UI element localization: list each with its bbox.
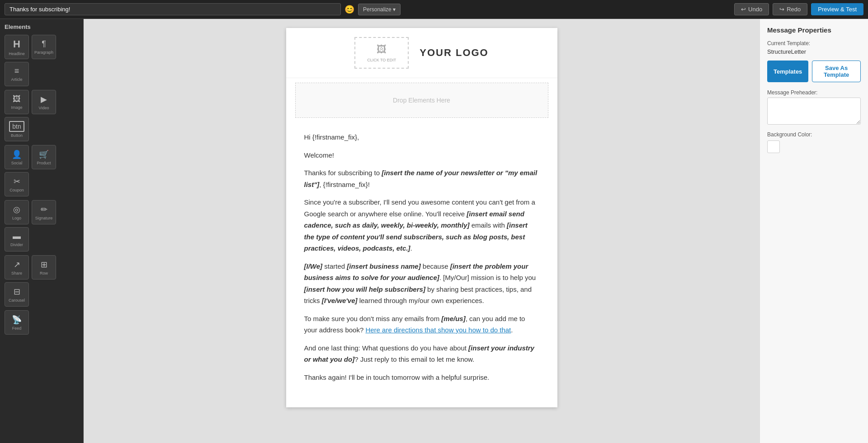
- image-label: Image: [11, 105, 22, 110]
- element-social[interactable]: 👤 Social: [5, 145, 29, 169]
- element-video[interactable]: ▶ Video: [32, 90, 56, 114]
- main-area: Elements H Headline ¶ Paragraph ≡ Ar: [0, 19, 868, 443]
- article-icon: ≡: [14, 66, 19, 76]
- carousel-icon: ⊟: [14, 287, 20, 297]
- social-label: Social: [11, 161, 23, 165]
- logo-label: Logo: [12, 216, 21, 220]
- preheader-input[interactable]: [767, 98, 861, 125]
- button-icon: btn: [9, 121, 24, 132]
- body-line-8: Thanks again! I'll be in touch tomorrow …: [304, 372, 539, 383]
- redo-icon: ↪: [779, 6, 784, 13]
- body-insert-4: [I/We]: [304, 262, 323, 270]
- signature-icon: ✏: [41, 205, 47, 215]
- redo-button[interactable]: ↪ Redo: [773, 3, 807, 15]
- logo-box[interactable]: 🖼 CLICK TO EDIT: [354, 37, 409, 69]
- element-group-1: 🖼 Image ▶ Video btn Button: [5, 90, 79, 141]
- drop-zone[interactable]: Drop Elements Here: [295, 83, 548, 118]
- group-0-items: H Headline ¶ Paragraph ≡ Article: [5, 35, 79, 86]
- logo-text: YOUR LOGO: [420, 47, 488, 59]
- element-product[interactable]: 🛒 Product: [32, 145, 56, 169]
- carousel-label: Carousel: [9, 298, 25, 303]
- body-line-5: [I/We] started [insert business name] be…: [304, 261, 539, 307]
- bg-color-label: Background Color:: [767, 131, 861, 138]
- body-insert-7: [insert how you will help subscribers]: [304, 285, 425, 293]
- group-2-items: 👤 Social 🛒 Product ✂ Coupon: [5, 145, 79, 196]
- element-button[interactable]: btn Button: [5, 117, 29, 141]
- email-body: Hi {!firstname_fix}, Welcome! Thanks for…: [286, 122, 557, 407]
- logo-area[interactable]: 🖼 CLICK TO EDIT YOUR LOGO: [286, 28, 557, 78]
- body-insert-5: [insert business name]: [347, 262, 420, 270]
- element-headline[interactable]: H Headline: [5, 35, 29, 59]
- coupon-icon: ✂: [14, 177, 20, 187]
- body-line-2: Welcome!: [304, 149, 539, 161]
- element-article[interactable]: ≡ Article: [5, 62, 29, 86]
- logo-image-icon: 🖼: [377, 44, 387, 56]
- element-logo[interactable]: ◎ Logo: [5, 200, 29, 224]
- drop-zone-text: Drop Elements Here: [393, 97, 450, 104]
- elements-title: Elements: [5, 23, 79, 30]
- undo-label: Undo: [748, 6, 762, 13]
- current-template-label: Current Template:: [767, 40, 861, 47]
- element-group-4: ↗ Share ⊞ Row ⊟ Carousel: [5, 255, 79, 307]
- preheader-label: Message Preheader:: [767, 89, 861, 96]
- body-line-3: Thanks for subscribing to [insert the na…: [304, 167, 539, 190]
- group-3-items: ◎ Logo ✏ Signature ▬ Divider: [5, 200, 79, 252]
- article-label: Article: [11, 77, 22, 82]
- logo-icon: ◎: [13, 205, 20, 215]
- element-coupon[interactable]: ✂ Coupon: [5, 172, 29, 196]
- feed-label: Feed: [12, 326, 22, 331]
- element-row[interactable]: ⊞ Row: [32, 255, 56, 280]
- body-line-7: And one last thing: What questions do yo…: [304, 342, 539, 365]
- element-paragraph[interactable]: ¶ Paragraph: [32, 35, 56, 59]
- element-signature[interactable]: ✏ Signature: [32, 200, 56, 224]
- message-properties-title: Message Properties: [767, 26, 861, 34]
- body-line-6: To make sure you don't miss any emails f…: [304, 313, 539, 336]
- subject-input[interactable]: [5, 3, 341, 15]
- bg-color-swatch[interactable]: [767, 140, 780, 153]
- body-insert-10: [insert your industry or what you do]: [304, 344, 534, 364]
- templates-button[interactable]: Templates: [767, 61, 808, 82]
- video-icon: ▶: [41, 94, 47, 104]
- group-5-items: 📡 Feed: [5, 310, 79, 335]
- element-divider[interactable]: ▬ Divider: [5, 227, 29, 252]
- share-icon: ↗: [14, 260, 20, 270]
- body-line-1: Hi {!firstname_fix},: [304, 131, 539, 143]
- headline-icon: H: [13, 38, 20, 50]
- element-group-0: H Headline ¶ Paragraph ≡ Article: [5, 35, 79, 86]
- product-icon: 🛒: [39, 149, 49, 159]
- row-icon: ⊞: [41, 260, 47, 270]
- divider-label: Divider: [10, 242, 23, 247]
- divider-icon: ▬: [13, 232, 21, 241]
- paragraph-label: Paragraph: [34, 50, 53, 55]
- right-panel: Message Properties Current Template: Str…: [760, 19, 868, 443]
- redo-label: Redo: [787, 6, 801, 13]
- element-share[interactable]: ↗ Share: [5, 255, 29, 280]
- email-canvas: 🖼 CLICK TO EDIT YOUR LOGO Drop Elements …: [286, 28, 557, 407]
- undo-icon: ↩: [741, 6, 746, 13]
- share-label: Share: [11, 271, 22, 275]
- logo-click-label: CLICK TO EDIT: [367, 58, 396, 62]
- coupon-label: Coupon: [9, 188, 24, 192]
- save-as-template-button[interactable]: Save As Template: [812, 61, 861, 82]
- element-group-5: 📡 Feed: [5, 310, 79, 335]
- element-feed[interactable]: 📡 Feed: [5, 310, 29, 335]
- image-icon: 🖼: [13, 94, 21, 104]
- preview-test-button[interactable]: Preview & Test: [811, 3, 863, 15]
- element-carousel[interactable]: ⊟ Carousel: [5, 282, 29, 307]
- group-4-items: ↗ Share ⊞ Row ⊟ Carousel: [5, 255, 79, 307]
- button-label: Button: [11, 133, 23, 138]
- elements-groups: H Headline ¶ Paragraph ≡ Article: [5, 35, 79, 335]
- address-book-link[interactable]: Here are directions that show you how to…: [365, 326, 511, 334]
- body-line-4: Since you're a subscriber, I'll send you…: [304, 196, 539, 254]
- body-insert-2: [insert email send cadence, such as dail…: [304, 210, 524, 229]
- undo-button[interactable]: ↩ Undo: [734, 3, 769, 15]
- canvas-area: 🖼 CLICK TO EDIT YOUR LOGO Drop Elements …: [84, 19, 760, 443]
- feed-icon: 📡: [12, 315, 22, 325]
- element-image[interactable]: 🖼 Image: [5, 90, 29, 114]
- emoji-button[interactable]: 😊: [344, 5, 354, 14]
- headline-label: Headline: [9, 51, 25, 56]
- product-label: Product: [37, 161, 51, 165]
- toolbar: 😊 Personalize ▾ ↩ Undo ↪ Redo Preview & …: [0, 0, 868, 19]
- personalize-button[interactable]: Personalize ▾: [358, 4, 401, 15]
- row-label: Row: [40, 271, 48, 275]
